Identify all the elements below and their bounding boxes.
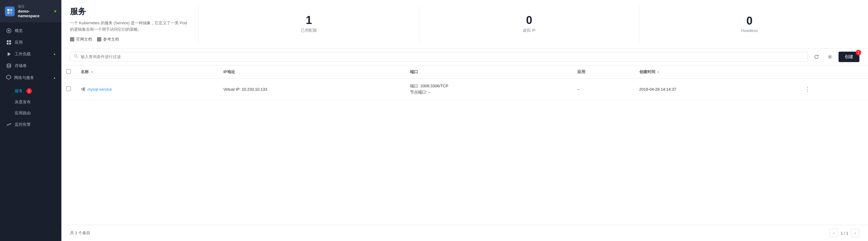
- row-checkbox: [61, 78, 76, 100]
- monitoring-icon: [6, 122, 12, 127]
- svg-point-13: [74, 55, 77, 57]
- settings-button[interactable]: [825, 52, 835, 62]
- project-info: 项目 demo-namespace: [18, 4, 51, 18]
- services-table: 名称 ▾ IP地址 端口 应用 创建时间 ▾: [61, 65, 868, 101]
- doc-icon: [70, 37, 74, 42]
- gray-release-label: 灰度发布: [15, 99, 31, 105]
- footer-count: 共 1 个条目: [70, 230, 90, 236]
- stat-virtual-ip-label: 虚拟 IP: [523, 28, 536, 33]
- header-created[interactable]: 创建时间 ▾: [634, 65, 798, 79]
- svg-rect-8: [7, 43, 9, 45]
- svg-rect-2: [7, 12, 9, 14]
- sidebar-header[interactable]: 项目 demo-namespace ▾: [0, 0, 61, 22]
- svg-point-18: [84, 89, 85, 91]
- port-line1: 端口: 3306:3306/TCP: [410, 83, 567, 89]
- service-name-link[interactable]: mysql-service: [81, 87, 214, 91]
- sidebar-item-monitoring[interactable]: 监控告警: [0, 119, 61, 130]
- service-type-icon: [81, 87, 86, 91]
- sidebar-logo: [5, 6, 15, 16]
- refresh-button[interactable]: [811, 52, 822, 62]
- sidebar-item-apps[interactable]: 应用: [0, 36, 61, 48]
- workloads-icon: [6, 51, 12, 57]
- create-button[interactable]: 创建 2: [839, 52, 859, 62]
- header-checkbox: [61, 65, 76, 79]
- row-select-checkbox[interactable]: [66, 86, 71, 91]
- reference-doc-link[interactable]: 参考文档: [97, 36, 119, 42]
- network-chevron: ▴: [54, 76, 55, 79]
- row-actions: ⋮: [797, 78, 868, 100]
- table-header-row: 名称 ▾ IP地址 端口 应用 创建时间 ▾: [61, 65, 868, 79]
- svg-rect-9: [9, 43, 11, 45]
- search-input[interactable]: [81, 54, 804, 59]
- svg-marker-12: [6, 75, 11, 79]
- sidebar-item-overview[interactable]: 概览: [0, 25, 61, 36]
- info-panel: 服务 一个 Kubernetes 的服务 (Service) 是一种抽象，它定义…: [61, 0, 868, 49]
- sidebar-item-network[interactable]: 网络与服务 ▴: [0, 72, 61, 84]
- svg-point-17: [84, 88, 85, 89]
- svg-rect-7: [9, 40, 11, 42]
- stat-headless-value: 0: [746, 16, 753, 26]
- svg-point-15: [829, 56, 831, 57]
- apps-icon: [6, 39, 12, 45]
- doc-links: 官网文档 参考文档: [70, 36, 189, 42]
- row-app: –: [572, 78, 634, 100]
- row-created: 2019-04-28 14:14:37: [634, 78, 798, 100]
- toolbar: 创建 2: [61, 49, 868, 65]
- sidebar-item-workloads[interactable]: 工作负载 ▾: [0, 48, 61, 60]
- row-more-button[interactable]: ⋮: [802, 84, 813, 94]
- ref-icon: [97, 37, 101, 42]
- main-content: 服务 一个 Kubernetes 的服务 (Service) 是一种抽象，它定义…: [61, 0, 868, 241]
- stat-headless: 0 Headless: [639, 6, 859, 42]
- workloads-chevron: ▾: [54, 53, 55, 56]
- network-sub-menu: 服务 1 灰度发布 应用路由: [0, 84, 61, 119]
- row-ip: Virtual IP: 10.233.10.133: [219, 78, 405, 100]
- create-label: 创建: [845, 54, 853, 59]
- sidebar-navigation: 概览 应用 工作负载 ▾ 存储卷 网络与服务 ▴: [0, 22, 61, 241]
- row-port: 端口: 3306:3306/TCP 节点端口: –: [405, 78, 572, 100]
- next-page-button[interactable]: ›: [851, 229, 859, 237]
- search-wrapper: [70, 52, 808, 61]
- svg-rect-6: [7, 40, 9, 42]
- official-doc-link[interactable]: 官网文档: [70, 36, 92, 42]
- svg-line-14: [77, 57, 78, 58]
- stat-virtual-ip: 0 虚拟 IP: [419, 6, 639, 42]
- sidebar-item-storage[interactable]: 存储卷: [0, 60, 61, 72]
- select-all-checkbox[interactable]: [66, 69, 71, 74]
- table-row: mysql-service Virtual IP: 10.233.10.133 …: [61, 78, 868, 100]
- page-title: 服务: [70, 6, 189, 17]
- services-label: 服务: [15, 88, 23, 94]
- port-info: 端口: 3306:3306/TCP 节点端口: –: [410, 83, 567, 96]
- network-icon: [6, 75, 11, 81]
- reference-doc-label: 参考文档: [103, 36, 119, 42]
- svg-rect-0: [7, 9, 9, 11]
- page-info: 1 / 1: [841, 231, 848, 236]
- storage-label: 存储卷: [15, 63, 27, 69]
- sidebar: 项目 demo-namespace ▾ 概览 应用 工作负载 ▾: [0, 0, 61, 241]
- svg-point-11: [7, 64, 11, 65]
- sidebar-item-app-routes[interactable]: 应用路由: [0, 108, 61, 119]
- table-footer: 共 1 个条目 ‹ 1 / 1 ›: [61, 225, 868, 241]
- svg-rect-1: [10, 9, 12, 11]
- storage-icon: [6, 63, 12, 69]
- data-table-wrapper: 名称 ▾ IP地址 端口 应用 创建时间 ▾: [61, 65, 868, 225]
- svg-marker-10: [8, 52, 11, 56]
- official-doc-label: 官网文档: [76, 36, 92, 42]
- services-badge: 1: [26, 88, 32, 94]
- workloads-label: 工作负载: [15, 51, 31, 57]
- apps-label: 应用: [15, 39, 23, 45]
- stat-virtual-ip-value: 0: [526, 15, 532, 26]
- project-dropdown-icon[interactable]: ▾: [54, 8, 57, 14]
- name-sort-icon: ▾: [91, 71, 93, 74]
- search-icon: [74, 54, 78, 59]
- project-label: 项目: [18, 4, 51, 9]
- pagination: ‹ 1 / 1 ›: [830, 229, 859, 237]
- stats-panel: 1 已用配额 0 虚拟 IP 0 Headless: [199, 6, 859, 42]
- header-name[interactable]: 名称 ▾: [76, 65, 219, 79]
- sidebar-item-services[interactable]: 服务 1: [0, 85, 61, 97]
- sidebar-item-gray-release[interactable]: 灰度发布: [0, 97, 61, 108]
- svg-line-19: [83, 88, 84, 89]
- project-name: demo-namespace: [18, 9, 51, 18]
- prev-page-button[interactable]: ‹: [830, 229, 838, 237]
- svg-point-16: [81, 88, 83, 90]
- stat-quota: 1 已用配额: [199, 6, 419, 42]
